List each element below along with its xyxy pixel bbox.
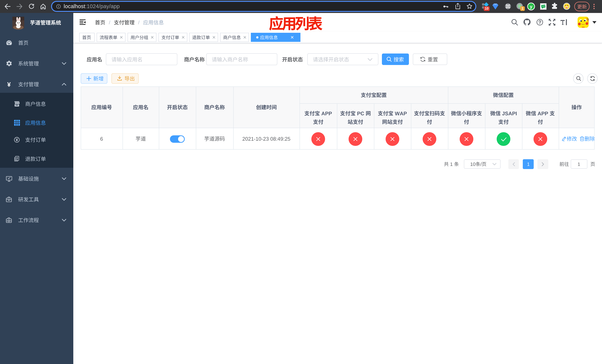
svg-text:y: y	[530, 4, 532, 9]
